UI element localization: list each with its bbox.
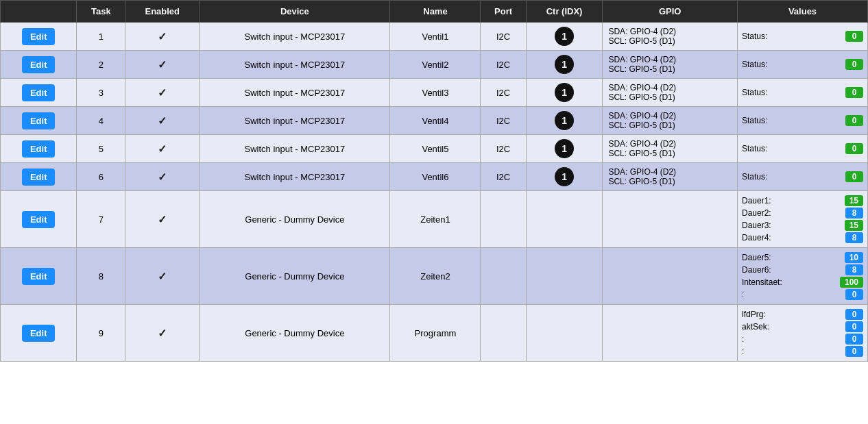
value-badge: 0 [845,143,863,154]
table-row: Edit9✓Generic - Dummy DeviceProgrammlfdP… [1,305,868,362]
col-header-port: Port [481,1,526,23]
device-cell: Switch input - MCP23017 [200,23,390,51]
gpio-cell [603,191,738,248]
device-cell: Switch input - MCP23017 [200,107,390,135]
value-badge: 0 [845,309,863,320]
ctr-cell: 1 [526,135,603,163]
device-cell: Switch input - MCP23017 [200,51,390,79]
edit-button-4[interactable]: Edit [22,112,56,129]
edit-cell: Edit [1,191,77,248]
gpio-cell: SDA: GPIO-4 (D2)SCL: GPIO-5 (D1) [603,51,738,79]
edit-button-7[interactable]: Edit [22,211,56,228]
value-label: Dauer2: [742,208,771,218]
edit-button-9[interactable]: Edit [22,325,56,342]
name-cell: Ventil5 [390,135,481,163]
value-label: : [742,334,744,344]
value-badge: 8 [845,232,863,243]
enabled-cell: ✓ [125,51,200,79]
ctr-cell [526,248,603,305]
values-cell: Status:0 [738,51,868,79]
value-label: Status: [742,116,767,125]
values-cell: Dauer1:15Dauer2:8Dauer3:15Dauer4:8 [738,191,868,248]
ctr-cell: 1 [526,51,603,79]
value-badge: 0 [845,289,863,300]
col-header-ctr: Ctr (IDX) [526,1,603,23]
device-cell: Generic - Dummy Device [200,305,390,362]
task-number: 3 [77,79,125,107]
task-number: 4 [77,107,125,135]
task-number: 5 [77,135,125,163]
values-cell: Status:0 [738,107,868,135]
edit-cell: Edit [1,107,77,135]
device-cell: Switch input - MCP23017 [200,135,390,163]
value-label: Dauer5: [742,253,771,262]
value-badge: 0 [845,87,863,98]
task-number: 2 [77,51,125,79]
enabled-cell: ✓ [125,248,200,305]
edit-button-6[interactable]: Edit [22,169,56,186]
value-label: Status: [742,88,767,97]
ctr-cell: 1 [526,107,603,135]
values-cell: Status:0 [738,163,868,191]
col-header-gpio: GPIO [603,1,738,23]
value-label: Status: [742,144,767,153]
col-header-values: Values [738,1,868,23]
name-cell: Ventil6 [390,163,481,191]
values-cell: Status:0 [738,79,868,107]
edit-button-3[interactable]: Edit [22,84,56,101]
tasks-table: Task Enabled Device Name Port Ctr (IDX) … [0,0,868,362]
gpio-cell [603,248,738,305]
gpio-cell: SDA: GPIO-4 (D2)SCL: GPIO-5 (D1) [603,163,738,191]
value-badge: 0 [845,171,863,182]
value-badge: 10 [845,252,863,263]
edit-button-1[interactable]: Edit [22,28,56,45]
name-cell: Ventil2 [390,51,481,79]
task-number: 8 [77,248,125,305]
gpio-cell: SDA: GPIO-4 (D2)SCL: GPIO-5 (D1) [603,79,738,107]
edit-cell: Edit [1,23,77,51]
edit-button-2[interactable]: Edit [22,56,56,73]
gpio-cell: SDA: GPIO-4 (D2)SCL: GPIO-5 (D1) [603,23,738,51]
name-cell: Programm [390,305,481,362]
value-badge: 0 [845,115,863,126]
value-label: Status: [742,172,767,182]
value-badge: 8 [845,208,863,219]
col-header-action [1,1,77,23]
table-row: Edit1✓Switch input - MCP23017Ventil1I2C1… [1,23,868,51]
value-label: Dauer3: [742,221,771,230]
value-label: Dauer4: [742,233,771,242]
device-cell: Generic - Dummy Device [200,191,390,248]
value-badge: 0 [845,321,863,332]
table-row: Edit4✓Switch input - MCP23017Ventil4I2C1… [1,107,868,135]
value-badge: 100 [840,277,863,288]
enabled-cell: ✓ [125,305,200,362]
value-label: Status: [742,60,767,69]
values-cell: Status:0 [738,135,868,163]
edit-cell: Edit [1,51,77,79]
name-cell: Ventil4 [390,107,481,135]
port-cell: I2C [481,163,526,191]
col-header-name: Name [390,1,481,23]
value-badge: 0 [845,31,863,42]
value-label: Dauer1: [742,196,771,205]
enabled-cell: ✓ [125,135,200,163]
value-label: Intensitaet: [742,277,782,287]
task-number: 1 [77,23,125,51]
edit-button-8[interactable]: Edit [22,268,56,285]
port-cell [481,248,526,305]
table-row: Edit6✓Switch input - MCP23017Ventil6I2C1… [1,163,868,191]
device-cell: Switch input - MCP23017 [200,79,390,107]
edit-button-5[interactable]: Edit [22,140,56,158]
port-cell [481,305,526,362]
value-badge: 8 [845,264,863,275]
value-badge: 15 [845,220,863,231]
enabled-cell: ✓ [125,23,200,51]
col-header-enabled: Enabled [125,1,200,23]
port-cell [481,191,526,248]
port-cell: I2C [481,107,526,135]
value-label: : [742,347,744,356]
edit-cell: Edit [1,305,77,362]
table-row: Edit7✓Generic - Dummy DeviceZeiten1Dauer… [1,191,868,248]
gpio-cell [603,305,738,362]
edit-cell: Edit [1,79,77,107]
